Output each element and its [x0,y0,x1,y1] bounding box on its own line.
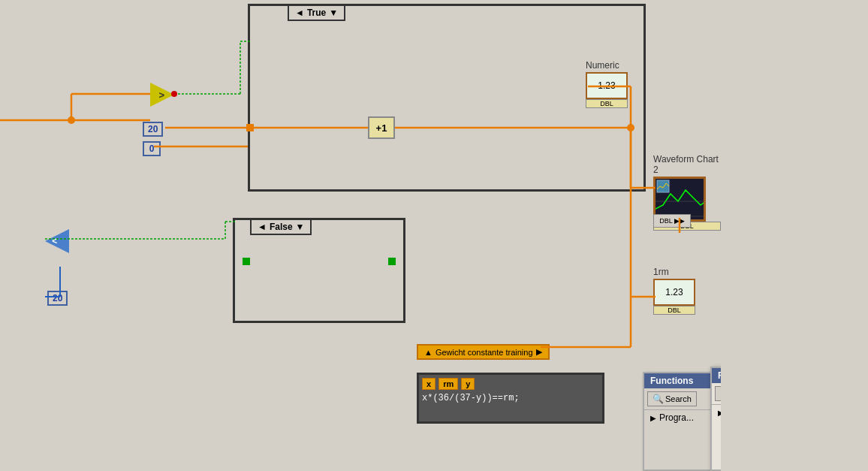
search-icon-back: 🔍 [653,394,664,404]
case-structure-false[interactable]: ◄ False ▼ [233,218,405,323]
svg-rect-30 [657,180,669,192]
formula-var-rm: rm [439,378,458,390]
functions-panel-front[interactable]: Functions 🔍 Search 🔍 Custom ▶ ▶ Programm… [710,367,721,471]
formula-vars: x rm y [422,378,599,390]
increment-label: +1 [376,122,387,134]
less-than-comparator[interactable]: < [45,229,69,253]
svg-point-1 [68,116,75,124]
formula-var-x: x [422,378,436,390]
functions-back-progra-item[interactable]: ▶ Progra... [644,410,721,425]
functions-back-toolbar: 🔍 Search [644,388,721,410]
formula-block[interactable]: x rm y x*(36/(37-y))==rm; [417,373,604,424]
numeric-title: Numeric [586,60,628,71]
increment-node[interactable]: +1 [368,116,395,139]
search-btn-label-back: Search [665,394,692,403]
gewicht-label: ▲ Gewicht constante training ▶ [417,344,550,360]
lt-symbol: < [52,236,57,246]
numeric-dbl-tag: DBL [586,99,628,108]
case-true-label: True [307,8,326,18]
formula-var-y: y [461,378,475,390]
false-case-node-1 [243,258,250,265]
case-false-label: False [270,222,293,232]
onerm-value: 1.23 [665,287,683,297]
functions-panel-back-title: Functions [644,373,721,388]
functions-panel-back[interactable]: Functions 🔍 Search ▶ Progra... [643,372,721,471]
case-false-tab[interactable]: ◄ False ▼ [250,219,312,235]
gewicht-arrow-right: ▶ [536,347,542,357]
dbl-arrow-connector: DBL ▶▶ [653,214,691,228]
greater-than-comparator[interactable]: > [150,83,174,107]
functions-front-programming-item[interactable]: ▶ ▶ Programming [712,405,721,420]
case-arrow-left-false[interactable]: ◄ [258,222,267,232]
gewicht-arrow-left: ▲ [424,348,432,357]
functions-front-search-btn[interactable]: 🔍 Search [715,386,721,401]
onerm-dbl-tag: DBL [653,306,695,315]
programming-arrow: ▶ [718,409,721,417]
case-arrow-left[interactable]: ◄ [295,8,304,18]
gewicht-text: Gewicht constante training [436,348,533,357]
case-arrow-right-false[interactable]: ▼ [296,222,305,232]
progra-label: Progra... [659,412,694,423]
formula-expression: x*(36/(37-y))==rm; [422,393,599,403]
functions-back-search-btn[interactable]: 🔍 Search [647,391,697,406]
progra-arrow: ▶ [650,414,656,422]
numeric-indicator[interactable]: Numeric 1.23 DBL [586,60,628,108]
waveform-chart-title: Waveform Chart 2 [653,154,721,175]
case-input-node-true [246,124,254,131]
constant-20-bottom[interactable]: 20 [47,291,68,306]
false-case-node-2 [388,258,396,265]
labview-canvas: ◄ True ▼ ◄ False ▼ > < [0,0,721,471]
case-arrow-right[interactable]: ▼ [329,8,338,18]
search-icon-front: 🔍 [720,388,721,399]
case-true-tab[interactable]: ◄ True ▼ [288,5,345,21]
numeric-value: 1.23 [598,80,615,91]
onerm-indicator[interactable]: 1rm 1.23 DBL [653,267,695,315]
functions-front-toolbar: 🔍 Search 🔍 Custom [712,383,721,405]
functions-panel-front-title: Functions [712,368,721,383]
onerm-title: 1rm [653,267,695,277]
numeric-display: 1.23 [586,72,628,99]
constant-0[interactable]: 0 [143,141,161,156]
constant-20-top[interactable]: 20 [143,122,163,137]
onerm-display: 1.23 [653,279,695,306]
